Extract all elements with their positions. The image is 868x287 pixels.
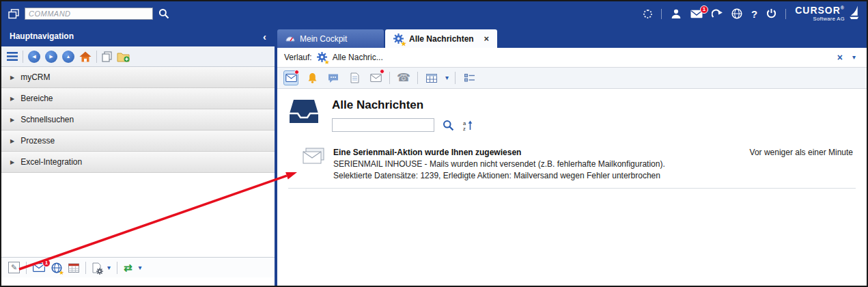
- document-settings-icon[interactable]: [92, 262, 101, 273]
- sync-icon[interactable]: ⇄: [124, 262, 132, 273]
- home-icon[interactable]: [79, 51, 92, 62]
- message-list-item[interactable]: Eine Serienmail-Aktion wurde Ihnen zugew…: [288, 147, 856, 189]
- main-area: Mein Cockpit ★ Alle Nachrichten × Verlau…: [277, 26, 867, 286]
- chevron-right-icon: ▶: [10, 138, 14, 144]
- history-current-item[interactable]: Alle Nachric...: [333, 53, 383, 62]
- tab-label: Alle Nachrichten: [409, 34, 474, 44]
- divider: [417, 72, 418, 84]
- globe-icon[interactable]: [731, 8, 742, 19]
- sidebar: Hauptnavigation ‹ ◀ ▶ ▲: [1, 26, 277, 286]
- tab-mein-cockpit[interactable]: Mein Cockpit: [277, 29, 384, 48]
- app-window: 1 ? CURSOR® Software AG: [0, 0, 868, 287]
- envelope-stack-icon: [302, 147, 325, 167]
- help-icon[interactable]: ?: [751, 9, 757, 19]
- tab-close-icon[interactable]: ×: [484, 34, 489, 43]
- divider: [661, 9, 662, 19]
- sidebar-bottom-toolbar: ✎ 1 ★ ▾ ⇄: [1, 257, 275, 277]
- messages-view-button[interactable]: [283, 70, 298, 85]
- logout-power-icon[interactable]: [766, 8, 776, 19]
- registered-mark: ®: [841, 6, 845, 11]
- new-folder-icon[interactable]: [117, 51, 130, 62]
- copy-icon[interactable]: [102, 51, 112, 62]
- topbar-right: 1 ? CURSOR® Software AG: [643, 5, 860, 23]
- sidebar-collapse-icon[interactable]: ‹: [263, 31, 266, 42]
- table-view-icon[interactable]: [424, 70, 439, 85]
- edit-note-icon[interactable]: ✎: [8, 262, 20, 273]
- calendar-icon[interactable]: [68, 262, 79, 273]
- sidebar-item-schnellsuchen[interactable]: ▶ Schnellsuchen: [1, 109, 275, 131]
- phone-icon[interactable]: ☎: [396, 70, 411, 85]
- chevron-right-icon: ▶: [10, 117, 14, 123]
- sidebar-item-bereiche[interactable]: ▶ Bereiche: [1, 88, 275, 109]
- star-icon: ★: [59, 270, 64, 276]
- chevron-down-icon[interactable]: ▾: [139, 264, 142, 271]
- document-icon[interactable]: [347, 70, 362, 85]
- command-input[interactable]: [25, 8, 153, 20]
- sidebar-header: Hauptnavigation ‹: [1, 26, 275, 46]
- sidebar-title: Hauptnavigation: [10, 31, 74, 41]
- title-and-search: Alle Nachrichten az: [332, 97, 473, 132]
- search-icon[interactable]: [443, 120, 454, 131]
- user-icon[interactable]: [671, 8, 682, 19]
- sail-logo-icon: [849, 5, 860, 23]
- busy-spinner-icon: [643, 10, 652, 18]
- divider: [23, 51, 23, 63]
- sidebar-item-prozesse[interactable]: ▶ Prozesse: [1, 131, 275, 152]
- redo-icon[interactable]: [712, 9, 723, 18]
- tab-bar: Mein Cockpit ★ Alle Nachrichten ×: [277, 26, 867, 48]
- search-row: az: [332, 118, 473, 132]
- tab-label: Mein Cockpit: [300, 34, 347, 44]
- mail-badge: 1: [42, 259, 51, 267]
- mail-icon[interactable]: 1: [33, 263, 45, 272]
- chevron-down-icon[interactable]: ▾: [852, 54, 856, 61]
- message-body-line: Selektierte Datensätze: 1239, Erledigte …: [333, 170, 665, 182]
- hamburger-menu-icon[interactable]: [7, 52, 18, 61]
- divider: [85, 262, 86, 274]
- nav-up-button[interactable]: ▲: [62, 51, 74, 63]
- history-label: Verlauf:: [284, 53, 312, 62]
- sidebar-item-label: Schnellsuchen: [20, 115, 74, 124]
- nav-back-button[interactable]: ◀: [28, 51, 40, 63]
- windows-icon[interactable]: [8, 9, 19, 19]
- brand-name: CURSOR®: [795, 5, 845, 15]
- chevron-right-icon: ▶: [10, 159, 14, 165]
- brand-subtitle: Software AG: [813, 16, 845, 22]
- reminders-bell-icon[interactable]: [305, 70, 320, 85]
- sidebar-item-mycrm[interactable]: ▶ myCRM: [1, 67, 275, 88]
- sidebar-item-label: Prozesse: [20, 136, 55, 146]
- notification-dot: [380, 69, 384, 74]
- divider: [96, 51, 97, 63]
- sidebar-accordion: ▶ myCRM ▶ Bereiche ▶ Schnellsuchen ▶ Pro…: [1, 67, 275, 173]
- message-body-line: SERIENMAIL INHOUSE - Mails wurden nicht …: [333, 159, 665, 170]
- inbox-icon: [288, 97, 320, 128]
- command-search-button[interactable]: [158, 8, 169, 19]
- messages-icon[interactable]: 1: [690, 10, 703, 18]
- sidebar-item-label: Excel-Integration: [20, 157, 82, 167]
- star-icon: ★: [401, 41, 406, 47]
- topbar: 1 ? CURSOR® Software AG: [1, 1, 867, 26]
- detail-list-icon[interactable]: [462, 70, 477, 85]
- close-view-icon[interactable]: ×: [837, 53, 843, 62]
- nav-forward-button[interactable]: ▶: [45, 51, 57, 63]
- gear-star-icon: ★: [317, 52, 328, 63]
- chevron-down-icon[interactable]: ▾: [445, 74, 449, 81]
- divider: [455, 72, 456, 84]
- topbar-left: [8, 8, 169, 20]
- main-toolbar: ☎ ▾: [277, 68, 867, 89]
- svg-text:z: z: [463, 126, 466, 131]
- message-search-input[interactable]: [332, 118, 434, 132]
- message-timestamp: Vor weniger als einer Minute: [750, 147, 853, 157]
- mail-schedule-icon[interactable]: [368, 70, 383, 85]
- gear-star-icon: ★: [393, 33, 404, 44]
- chevron-right-icon: ▶: [10, 74, 14, 81]
- sidebar-item-excel-integration[interactable]: ▶ Excel-Integration: [1, 152, 275, 173]
- chat-icon[interactable]: [326, 70, 341, 85]
- chevron-down-icon[interactable]: ▾: [107, 264, 111, 271]
- divider: [26, 262, 27, 274]
- tab-alle-nachrichten[interactable]: ★ Alle Nachrichten ×: [385, 29, 497, 48]
- sort-az-icon[interactable]: az: [462, 120, 473, 131]
- globe-favorite-icon[interactable]: ★: [51, 262, 62, 273]
- cockpit-icon: [285, 33, 295, 44]
- sidebar-footer-space: [1, 277, 275, 286]
- brand-logo: CURSOR® Software AG: [795, 5, 860, 23]
